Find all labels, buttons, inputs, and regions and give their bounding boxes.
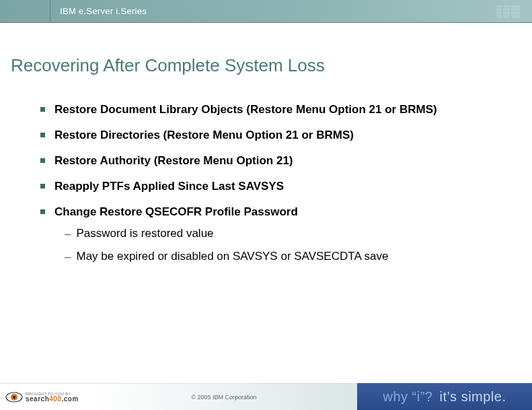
square-bullet-icon: [40, 133, 45, 137]
why-i-text: why “i”?: [383, 389, 432, 405]
square-bullet-icon: [40, 209, 45, 214]
its-simple-text: it’s simple.: [440, 389, 506, 405]
bullet-text: Restore Document Library Objects (Restor…: [54, 103, 437, 116]
sub-bullet-text: May be expired or disabled on SAVSYS or …: [76, 250, 388, 263]
bullet-list: Restore Document Library Objects (Restor…: [40, 103, 532, 265]
dash-bullet-icon: –: [65, 250, 71, 265]
sub-list-item: – May be expired or disabled on SAVSYS o…: [65, 250, 532, 265]
footer-tagline: why “i”? it’s simple.: [357, 383, 532, 410]
bullet-text: Restore Authority (Restore Menu Option 2…: [54, 154, 293, 168]
ibm-logo: [496, 5, 520, 18]
bullet-text: Restore Directories (Restore Menu Option…: [54, 129, 354, 142]
sponsor-text: BROUGHT TO YOU BY: search400.com: [26, 392, 79, 403]
copyright-text: © 2005 IBM Corporation: [191, 394, 256, 401]
square-bullet-icon: [40, 158, 45, 163]
eye-icon: [5, 388, 23, 406]
list-item: Restore Directories (Restore Menu Option…: [40, 129, 532, 142]
dash-bullet-icon: –: [65, 227, 71, 242]
footer-center: © 2005 IBM Corporation: [91, 383, 357, 410]
footer-sponsor: BROUGHT TO YOU BY: search400.com: [0, 383, 91, 410]
bullet-text: Reapply PTFs Applied Since Last SAVSYS: [54, 180, 284, 193]
search400-logo-text: search400.com: [26, 396, 79, 403]
svg-point-2: [13, 395, 15, 398]
slide-header: IBM e.Server i.Series: [0, 0, 532, 23]
product-line-label: IBM e.Server i.Series: [60, 6, 147, 16]
bullet-text: Change Restore QSECOFR Profile Password: [54, 205, 298, 219]
sub-list-item: – Password is restored value: [65, 227, 532, 242]
list-item: Reapply PTFs Applied Since Last SAVSYS: [40, 180, 532, 193]
square-bullet-icon: [40, 184, 45, 189]
list-item: Restore Document Library Objects (Restor…: [40, 103, 532, 116]
slide-footer: BROUGHT TO YOU BY: search400.com © 2005 …: [0, 383, 532, 410]
sub-bullet-text: Password is restored value: [76, 227, 213, 240]
slide-title: Recovering After Complete System Loss: [11, 55, 532, 76]
list-item: Change Restore QSECOFR Profile Password: [40, 205, 532, 219]
header-divider: [50, 0, 50, 22]
square-bullet-icon: [40, 107, 45, 112]
list-item: Restore Authority (Restore Menu Option 2…: [40, 154, 532, 168]
